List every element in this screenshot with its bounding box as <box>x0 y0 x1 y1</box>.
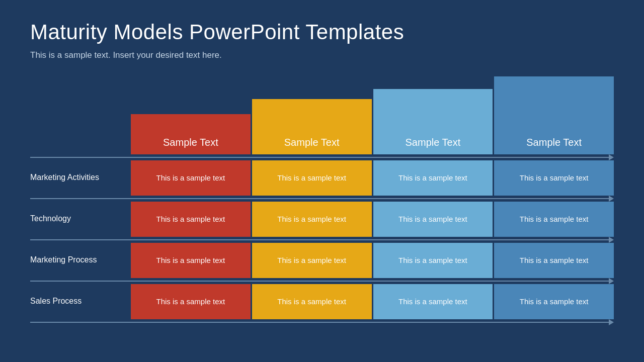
cell-1-1: This is a sample text <box>252 202 372 237</box>
table-row: Marketing Activities This is a sample te… <box>30 160 614 196</box>
slide: Maturity Models PowerPoint Templates Thi… <box>0 0 644 362</box>
row-label-0: Marketing Activities <box>30 160 131 196</box>
table-row: Technology This is a sample text This is… <box>30 202 614 237</box>
column-headers: Sample Text Sample Text Sample Text Samp… <box>131 76 614 154</box>
arrow-icon <box>609 278 614 284</box>
divider-2 <box>30 237 614 243</box>
cell-0-1: This is a sample text <box>252 160 372 196</box>
col-header-1: Sample Text <box>131 114 251 154</box>
maturity-table: Sample Text Sample Text Sample Text Samp… <box>30 76 614 347</box>
cell-0-0: This is a sample text <box>131 160 251 196</box>
data-rows: Marketing Activities This is a sample te… <box>30 160 614 325</box>
col-header-2: Sample Text <box>252 99 372 154</box>
top-divider <box>30 154 614 160</box>
row-cells-0: This is a sample text This is a sample t… <box>131 160 614 196</box>
page-title: Maturity Models PowerPoint Templates <box>30 20 614 44</box>
cell-2-1: This is a sample text <box>252 243 372 278</box>
cell-1-2: This is a sample text <box>373 202 493 237</box>
divider-line <box>30 157 609 158</box>
cell-3-1: This is a sample text <box>252 284 372 319</box>
cell-2-3: This is a sample text <box>494 243 614 278</box>
divider-4 <box>30 319 614 325</box>
table-row: Marketing Process This is a sample text … <box>30 243 614 278</box>
arrow-icon <box>609 319 614 325</box>
page-subtitle: This is a sample text. Insert your desir… <box>30 49 614 61</box>
cell-3-3: This is a sample text <box>494 284 614 319</box>
cell-1-3: This is a sample text <box>494 202 614 237</box>
arrow-icon <box>609 196 614 202</box>
cell-0-2: This is a sample text <box>373 160 493 196</box>
cell-2-0: This is a sample text <box>131 243 251 278</box>
cell-1-0: This is a sample text <box>131 202 251 237</box>
col-header-4: Sample Text <box>494 76 614 154</box>
col-header-3: Sample Text <box>373 89 493 154</box>
cell-3-2: This is a sample text <box>373 284 493 319</box>
arrow-icon <box>609 154 614 160</box>
cell-2-2: This is a sample text <box>373 243 493 278</box>
row-label-3: Sales Process <box>30 284 131 319</box>
arrow-icon <box>609 237 614 243</box>
row-label-2: Marketing Process <box>30 243 131 278</box>
row-cells-2: This is a sample text This is a sample t… <box>131 243 614 278</box>
cell-3-0: This is a sample text <box>131 284 251 319</box>
row-cells-1: This is a sample text This is a sample t… <box>131 202 614 237</box>
divider-1 <box>30 196 614 202</box>
row-cells-3: This is a sample text This is a sample t… <box>131 284 614 319</box>
divider-3 <box>30 278 614 284</box>
cell-0-3: This is a sample text <box>494 160 614 196</box>
row-label-1: Technology <box>30 202 131 237</box>
table-row: Sales Process This is a sample text This… <box>30 284 614 319</box>
